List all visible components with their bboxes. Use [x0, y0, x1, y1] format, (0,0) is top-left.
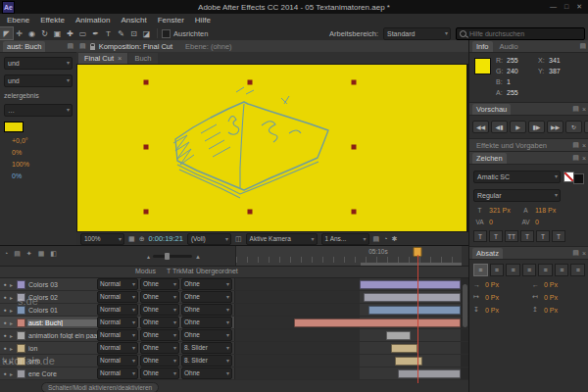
next-frame-button[interactable]: ▮▶: [528, 121, 545, 133]
align-left-button[interactable]: ≡: [473, 264, 488, 276]
timeline-scrollbar[interactable]: [461, 368, 468, 379]
book-sketch[interactable]: [146, 82, 354, 212]
superscript-button[interactable]: T: [536, 230, 550, 242]
eraser-tool-icon[interactable]: ◪: [140, 27, 153, 39]
fill-color-swatch[interactable]: [564, 172, 574, 182]
layer-name[interactable]: Colors 03: [27, 281, 97, 288]
audio-toggle-button[interactable]: ♪: [584, 121, 588, 133]
tab-buch[interactable]: Buch: [128, 53, 157, 64]
blend-mode-dropdown[interactable]: Normal: [97, 291, 138, 303]
font-size-value[interactable]: 321 Px: [489, 207, 516, 214]
selection-box[interactable]: [146, 82, 354, 212]
timeline-scrollbar[interactable]: [461, 355, 468, 367]
help-search-input[interactable]: [457, 30, 584, 37]
timeline-layer-row[interactable]: ● ▸ ene Core Normal Ohne Ohne: [0, 368, 468, 380]
blend-mode-dropdown[interactable]: Normal: [97, 342, 138, 354]
layer-visibility-icon[interactable]: ●: [0, 319, 10, 325]
comp-timecode[interactable]: 0:00:19:21: [149, 234, 183, 243]
hand-tool-icon[interactable]: ✛: [13, 27, 25, 39]
stroke-color-swatch[interactable]: [573, 173, 584, 184]
leading-value[interactable]: 118 Px: [535, 207, 563, 214]
timeline-jump-icon[interactable]: ◔: [383, 235, 387, 242]
trkmat-dropdown[interactable]: Ohne: [140, 329, 179, 341]
close-panel-icon[interactable]: ×: [582, 106, 586, 113]
shape-tool-icon[interactable]: ▭: [76, 27, 89, 39]
comp-panel-title[interactable]: Komposition: Final Cut: [99, 42, 172, 51]
all-caps-button[interactable]: TT: [505, 230, 518, 242]
clone-tool-icon[interactable]: ⊡: [127, 27, 140, 39]
layer-visibility-icon[interactable]: ●: [0, 358, 10, 364]
layer-graph-cell[interactable]: [234, 317, 461, 328]
trkmat-column-header[interactable]: T TrkMat: [167, 268, 193, 274]
result-dropdown[interactable]: …: [4, 104, 73, 117]
zoom-in-icon[interactable]: ▲: [195, 254, 201, 260]
timeline-layer-row[interactable]: ● ▸ aust: Buch] Normal Ohne Ohne: [0, 317, 468, 329]
layer-expand-icon[interactable]: ▸: [10, 307, 17, 314]
panel-menu-icon[interactable]: ▤: [572, 249, 579, 257]
selection-handle-mid-right[interactable]: [352, 145, 357, 150]
menu-fenster[interactable]: Fenster: [158, 16, 184, 24]
layer-expand-icon[interactable]: ▸: [10, 345, 17, 352]
safe-zones-icon[interactable]: ⊕: [139, 235, 145, 243]
work-area-bar[interactable]: [361, 263, 463, 266]
layer-visibility-icon[interactable]: ●: [0, 281, 10, 287]
region-of-interest-icon[interactable]: ◫: [235, 235, 242, 243]
trkmat-dropdown[interactable]: Ohne: [140, 291, 179, 303]
timeline-layer-row[interactable]: ● ▸ Colors 03 Normal Ohne Ohne: [0, 278, 468, 291]
percent-value-1[interactable]: 0%: [12, 149, 73, 156]
layer-graph-cell[interactable]: [234, 291, 461, 303]
selection-handle-top-center[interactable]: [248, 80, 253, 85]
selection-handle-bottom-left[interactable]: [144, 210, 149, 215]
indent-right-value[interactable]: 0 Px: [544, 281, 558, 288]
layer-expand-icon[interactable]: ▸: [10, 281, 17, 288]
timeline-layer-row[interactable]: ● ▸ animation folgt ein paar Regeln Norm…: [0, 329, 468, 342]
last-frame-button[interactable]: ▶▶: [547, 121, 564, 133]
percent-value-3[interactable]: 0%: [12, 172, 73, 179]
parent-dropdown[interactable]: 8. Slider: [181, 342, 232, 354]
selection-tool-icon[interactable]: ◤: [0, 27, 13, 39]
layer-graph-cell[interactable]: [234, 355, 461, 367]
tracking-value[interactable]: 0: [535, 219, 563, 225]
parent-dropdown[interactable]: Ohne: [181, 317, 232, 328]
comp-mini-flowchart-icon[interactable]: ◔: [4, 250, 8, 258]
tab-vorschau[interactable]: Vorschau: [472, 104, 511, 115]
layer-color-chip[interactable]: [17, 280, 25, 289]
prev-frame-button[interactable]: ◀▮: [491, 121, 508, 133]
layer-visibility-icon[interactable]: ●: [0, 294, 10, 300]
comp-canvas-surface[interactable]: [77, 65, 466, 231]
time-ruler[interactable]: 05:10s: [235, 246, 462, 266]
trkmat-dropdown[interactable]: Ohne: [140, 317, 179, 328]
selection-handle-bottom-right[interactable]: [352, 210, 357, 215]
effect-panel-tab[interactable]: aust: Buch: [3, 41, 45, 52]
align-center-button[interactable]: ≡: [490, 264, 505, 276]
justify-last-right-button[interactable]: ≡: [555, 264, 569, 276]
camera-tool-icon[interactable]: ▣: [51, 27, 64, 39]
layer-visibility-icon[interactable]: ●: [0, 345, 10, 351]
blend-mode-dropdown[interactable]: Normal: [97, 368, 138, 379]
space-after-value[interactable]: 0 Px: [544, 307, 558, 314]
trkmat-dropdown[interactable]: Ohne: [140, 355, 179, 367]
motion-blur-icon[interactable]: ◧: [50, 250, 57, 258]
layer-visibility-icon[interactable]: ●: [0, 307, 10, 313]
resolution-dropdown[interactable]: (Voll): [187, 233, 231, 245]
selection-handle-bottom-center[interactable]: [248, 210, 253, 215]
hide-shy-layers-icon[interactable]: ✦: [26, 250, 32, 258]
percent-value-2[interactable]: 100%: [12, 161, 73, 168]
frame-blend-icon[interactable]: ▦: [38, 250, 45, 258]
toggle-switches-modes-button[interactable]: Schalter/Modi aktivieren/deaktivieren: [41, 382, 159, 392]
lock-icon[interactable]: [90, 46, 95, 50]
timeline-scrollbar-thumb[interactable]: [463, 284, 467, 327]
layer-expand-icon[interactable]: ▸: [10, 332, 17, 339]
layer-expand-icon[interactable]: ▸: [10, 370, 17, 377]
last-line-indent-value[interactable]: 0 Px: [544, 294, 558, 301]
first-frame-button[interactable]: ◀◀: [472, 121, 489, 133]
timeline-zoom-slider[interactable]: ▴ ▲: [147, 253, 201, 260]
menu-hilfe[interactable]: Hilfe: [195, 16, 211, 24]
first-line-indent-value[interactable]: 0 Px: [485, 294, 499, 301]
zoom-dropdown[interactable]: 100%: [80, 233, 124, 245]
parent-dropdown[interactable]: Ohne: [181, 291, 232, 303]
justify-all-button[interactable]: ≡: [570, 264, 585, 276]
text-tool-icon[interactable]: T: [102, 27, 115, 39]
blend-mode-dropdown[interactable]: Normal: [97, 278, 138, 290]
layer-graph-cell[interactable]: [234, 329, 461, 341]
